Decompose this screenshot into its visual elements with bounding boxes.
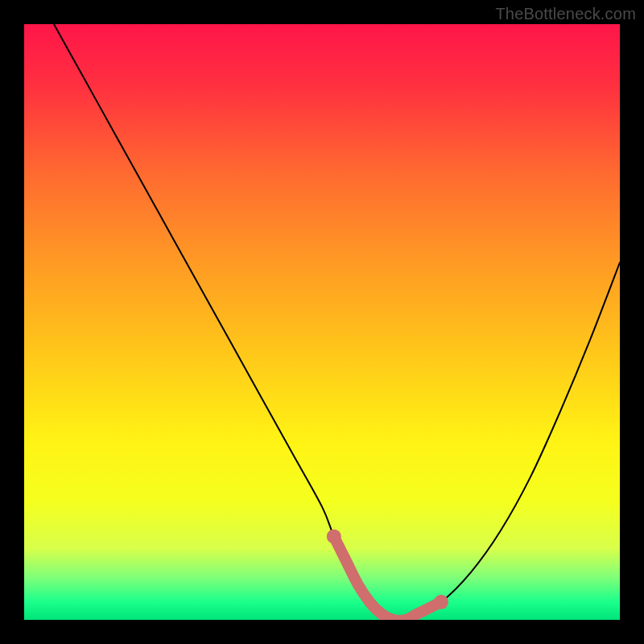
sweet-spot-endpoint	[434, 595, 448, 609]
sweet-spot-endpoint	[327, 529, 341, 543]
chart-frame: TheBottleneck.com	[0, 0, 644, 644]
plot-area	[24, 24, 620, 620]
chart-svg	[24, 24, 620, 620]
gradient-background	[24, 24, 620, 620]
watermark-text: TheBottleneck.com	[495, 5, 636, 23]
